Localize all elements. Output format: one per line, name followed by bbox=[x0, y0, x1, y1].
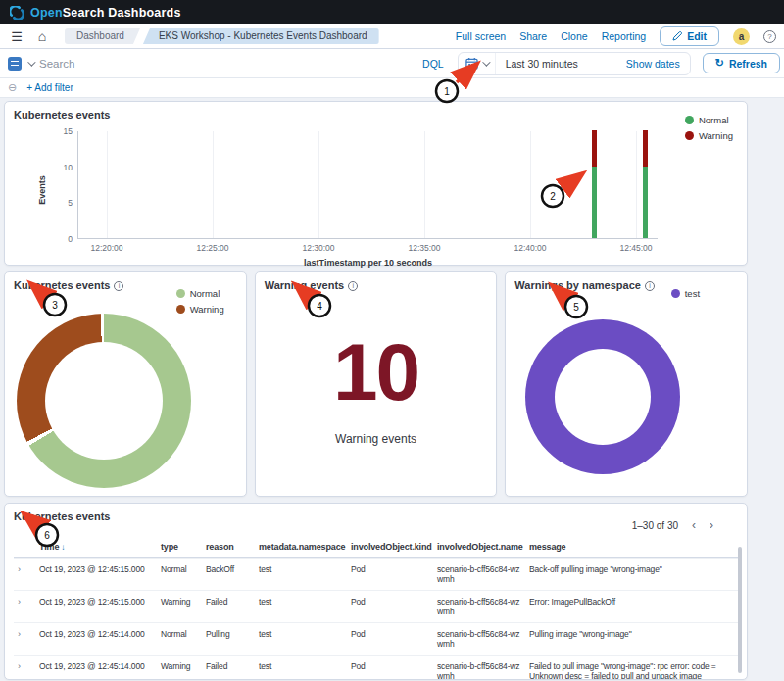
table-row[interactable]: › Oct 19, 2023 @ 12:45:15.000 Normal Bac… bbox=[14, 558, 738, 590]
stacked-bar[interactable] bbox=[592, 130, 597, 238]
panel-title-text: Kubernetes events bbox=[14, 279, 110, 291]
column-header-time[interactable]: Time↓ bbox=[39, 542, 155, 552]
legend-label: Normal bbox=[699, 115, 729, 125]
x-tick: 12:40:00 bbox=[514, 243, 546, 253]
column-header-namespace[interactable]: metadata.namespace bbox=[259, 542, 345, 552]
table-header-row: Time↓ type reason metadata.namespace inv… bbox=[14, 536, 738, 558]
gridline bbox=[636, 131, 637, 238]
bar-segment-warning[interactable] bbox=[592, 130, 597, 167]
stacked-bar[interactable] bbox=[643, 130, 648, 238]
time-range-value[interactable]: Last 30 minutes bbox=[496, 58, 626, 70]
cell-type: Normal bbox=[161, 629, 200, 639]
panel-title[interactable]: Warnings by namespacei bbox=[514, 279, 738, 291]
app-title: OpenSearch Dashboards bbox=[30, 6, 181, 20]
legend-item-normal[interactable]: Normal bbox=[685, 115, 733, 125]
table-row[interactable]: › Oct 19, 2023 @ 12:45:15.000 Warning Fa… bbox=[14, 590, 738, 622]
column-header-name[interactable]: involvedObject.name bbox=[437, 542, 523, 552]
gridline bbox=[318, 131, 319, 238]
legend-item-warning[interactable]: Warning bbox=[176, 304, 224, 315]
clone-link[interactable]: Clone bbox=[561, 30, 587, 42]
x-tick: 12:35:00 bbox=[408, 243, 440, 253]
nav-bar: ☰ ⌂ Dashboard EKS Workshop - Kubernetes … bbox=[0, 24, 784, 49]
legend-item-normal[interactable]: Normal bbox=[176, 288, 224, 299]
breadcrumb-dashboard[interactable]: Dashboard bbox=[65, 28, 140, 44]
panel-warning-events-metric: Warning eventsi 10 Warning events bbox=[255, 271, 498, 497]
show-dates-link[interactable]: Show dates bbox=[626, 58, 690, 70]
user-avatar[interactable]: a bbox=[733, 28, 750, 45]
info-icon[interactable]: i bbox=[114, 281, 123, 291]
refresh-button[interactable]: ↻ Refresh bbox=[703, 53, 780, 73]
cell-type: Warning bbox=[161, 661, 200, 671]
add-filter-button[interactable]: + Add filter bbox=[26, 82, 74, 93]
table-scrollbar[interactable] bbox=[738, 547, 742, 673]
column-header-type[interactable]: type bbox=[161, 542, 200, 552]
cell-type: Warning bbox=[161, 597, 200, 607]
query-bar: DQL Last 30 minutes Show dates ↻ Refresh bbox=[0, 49, 784, 78]
events-donut-chart[interactable] bbox=[17, 314, 191, 488]
histogram-legend: Normal Warning bbox=[685, 115, 733, 141]
y-tick: 5 bbox=[53, 198, 73, 208]
y-tick: 10 bbox=[53, 163, 73, 172]
cell-message: Back-off pulling image "wrong-image" bbox=[529, 564, 738, 574]
info-icon[interactable]: i bbox=[645, 281, 655, 291]
share-link[interactable]: Share bbox=[519, 30, 547, 42]
events-table: Time↓ type reason metadata.namespace inv… bbox=[14, 536, 738, 680]
breadcrumb: Dashboard EKS Workshop - Kubernetes Even… bbox=[65, 28, 379, 44]
bar-segment-warning[interactable] bbox=[643, 130, 648, 167]
bar-segment-normal[interactable] bbox=[643, 167, 648, 238]
cell-message: Failed to pull image "wrong-image": rpc … bbox=[529, 661, 738, 680]
expand-row-icon[interactable]: › bbox=[18, 661, 33, 672]
saved-query-icon[interactable] bbox=[8, 57, 22, 71]
cell-kind: Pod bbox=[351, 629, 431, 639]
column-header-reason[interactable]: reason bbox=[206, 542, 253, 552]
cell-name: scenario-b-cff56c84-wzwmh bbox=[437, 564, 523, 584]
panel-kubernetes-events-histogram: Kubernetes events Events 15 10 5 0 12:20… bbox=[4, 101, 748, 266]
normal-legend-dot-icon bbox=[685, 116, 694, 124]
cell-reason: Failed bbox=[206, 597, 253, 607]
x-tick: 12:25:00 bbox=[196, 243, 228, 253]
calendar-button[interactable] bbox=[459, 53, 496, 74]
expand-row-icon[interactable]: › bbox=[18, 597, 33, 608]
home-icon[interactable]: ⌂ bbox=[33, 29, 51, 43]
legend-label: Normal bbox=[190, 288, 220, 299]
namespace-donut-chart[interactable] bbox=[525, 319, 680, 474]
legend-item-warning[interactable]: Warning bbox=[685, 130, 733, 141]
cell-namespace: test bbox=[259, 629, 345, 639]
expand-row-icon[interactable]: › bbox=[18, 629, 33, 640]
legend-label: Warning bbox=[190, 304, 224, 315]
cell-name: scenario-b-cff56c84-wzwmh bbox=[437, 597, 523, 616]
column-header-kind[interactable]: involvedObject.kind bbox=[351, 542, 431, 552]
column-header-message[interactable]: message bbox=[529, 542, 738, 552]
gridline bbox=[424, 131, 425, 238]
breadcrumb-current-dashboard[interactable]: EKS Workshop - Kubernetes Events Dashboa… bbox=[143, 28, 379, 44]
bar-segment-normal[interactable] bbox=[592, 167, 597, 238]
full-screen-link[interactable]: Full screen bbox=[456, 30, 506, 42]
help-icon[interactable]: ? bbox=[763, 30, 776, 43]
search-input[interactable] bbox=[39, 58, 416, 70]
table-row[interactable]: › Oct 19, 2023 @ 12:45:14.000 Warning Fa… bbox=[14, 655, 738, 680]
y-axis-title: Events bbox=[37, 175, 47, 205]
cell-message: Error: ImagePullBackOff bbox=[529, 597, 738, 607]
gridline bbox=[213, 131, 214, 238]
filter-options-icon[interactable]: ⊖ bbox=[8, 82, 17, 93]
previous-page-icon[interactable]: ‹ bbox=[692, 519, 696, 531]
x-tick: 12:45:00 bbox=[619, 243, 652, 253]
calendar-icon bbox=[466, 57, 478, 70]
menu-icon[interactable]: ☰ bbox=[8, 30, 25, 43]
legend-item-test[interactable]: test bbox=[671, 288, 700, 299]
cell-message: Pulling image "wrong-image" bbox=[529, 629, 738, 639]
saved-query-chevron-icon[interactable] bbox=[27, 58, 35, 66]
edit-button[interactable]: Edit bbox=[660, 26, 719, 46]
date-picker: Last 30 minutes Show dates bbox=[458, 52, 691, 75]
dql-button[interactable]: DQL bbox=[422, 58, 444, 70]
namespace-legend: test bbox=[671, 288, 700, 299]
table-row[interactable]: › Oct 19, 2023 @ 12:45:14.000 Normal Pul… bbox=[14, 622, 738, 655]
metric-caption: Warning events bbox=[335, 432, 416, 446]
donut-legend: Normal Warning bbox=[176, 288, 224, 315]
test-legend-dot-icon bbox=[671, 289, 680, 298]
next-page-icon[interactable]: › bbox=[710, 519, 713, 531]
panel-title[interactable]: Kubernetes events bbox=[14, 511, 738, 522]
panel-title[interactable]: Kubernetes events bbox=[14, 109, 738, 121]
expand-row-icon[interactable]: › bbox=[18, 564, 33, 575]
reporting-link[interactable]: Reporting bbox=[602, 30, 647, 42]
